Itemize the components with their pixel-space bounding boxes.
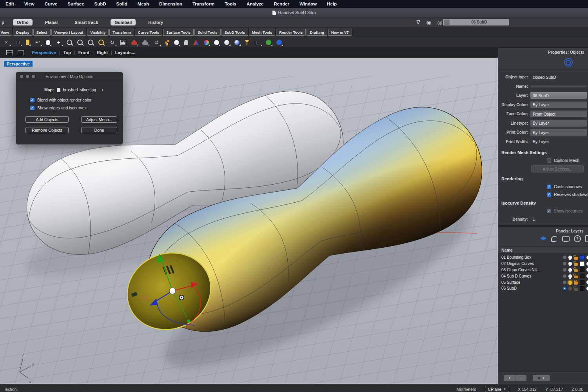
pan-hand-icon[interactable]: [46, 40, 50, 45]
remove-layer-button[interactable]: −: [515, 375, 527, 381]
layer-lock-icon[interactable]: [574, 281, 578, 285]
current-layer-box[interactable]: 06 SubD: [443, 19, 509, 25]
menu-transform[interactable]: Transform: [192, 2, 214, 6]
layer-material-icon[interactable]: [586, 256, 588, 260]
layer-material-icon[interactable]: [586, 280, 588, 284]
snap-label-clipped[interactable]: p: [2, 20, 4, 25]
display-panel-icon[interactable]: [551, 236, 558, 242]
shaded-view-icon[interactable]: [193, 40, 199, 45]
layer-material-icon[interactable]: [586, 268, 588, 272]
menu-view[interactable]: View: [24, 2, 34, 6]
menu-subd[interactable]: SubD: [94, 2, 106, 6]
paste-icon[interactable]: [26, 40, 29, 45]
menu-solid[interactable]: Solid: [116, 2, 127, 6]
layer-material-icon[interactable]: [586, 287, 588, 290]
zoom-selected-icon[interactable]: [98, 40, 104, 45]
menu-window[interactable]: Window: [299, 2, 317, 6]
layer-visibility-bulb-icon[interactable]: [568, 274, 572, 278]
color-wheel-icon[interactable]: [204, 40, 209, 45]
tab-new-in-v7[interactable]: New in V7: [328, 29, 352, 36]
layer-indicator[interactable]: [563, 274, 566, 278]
adjust-mesh-button[interactable]: Adjust Mesh...: [81, 116, 117, 123]
help-green-icon[interactable]: ?: [266, 40, 271, 45]
object-properties-icon[interactable]: [564, 58, 573, 67]
selection-filter-icon[interactable]: ∇: [416, 19, 420, 25]
tab-visibility[interactable]: Visibility: [87, 29, 109, 36]
layer-lock-icon[interactable]: [574, 288, 578, 291]
layer-lock-icon[interactable]: [574, 263, 578, 266]
layers-panel-icon[interactable]: [540, 236, 547, 241]
layer-options-dropdown[interactable]: ▼: [533, 375, 550, 381]
mode-toggle-ortho[interactable]: Ortho: [13, 19, 33, 25]
tab-solid-tools[interactable]: Solid Tools: [194, 29, 221, 36]
sphere-gray-icon[interactable]: [224, 40, 229, 45]
layer-indicator[interactable]: [563, 256, 566, 259]
receives-shadows-checkbox[interactable]: ✓: [547, 192, 551, 197]
checkbox-blend-with-object-render-color[interactable]: ✓: [30, 98, 34, 102]
layer-indicator[interactable]: [563, 281, 566, 284]
cplane-selector[interactable]: CPlane ▼: [485, 386, 509, 392]
menu-analyze[interactable]: Analyze: [247, 2, 263, 6]
layer-visibility-bulb-icon[interactable]: [568, 287, 572, 290]
tab-curve-tools[interactable]: Curve Tools: [135, 29, 162, 36]
tab-transform[interactable]: Transform: [109, 29, 134, 36]
layer-color-swatch[interactable]: [580, 280, 584, 285]
prop-value-layer[interactable]: 06 SubD: [530, 92, 587, 99]
layer-visibility-bulb-icon[interactable]: [568, 268, 572, 272]
menu-render[interactable]: Render: [274, 2, 289, 6]
gumball-origin[interactable]: [169, 288, 176, 294]
tab-select[interactable]: Select: [33, 29, 51, 36]
mode-toggle-planar[interactable]: Planar: [41, 19, 62, 25]
mode-toggle-history[interactable]: History: [144, 19, 167, 25]
layer-row-01-bounding-box[interactable]: 01 Bounding Box: [498, 254, 588, 261]
render-icon[interactable]: [131, 42, 137, 45]
density-value[interactable]: 1: [533, 217, 535, 221]
prop-value-name[interactable]: [530, 85, 587, 87]
layer-row-05-surface[interactable]: 05 Surface: [498, 279, 588, 285]
undo-view-icon[interactable]: ↺: [153, 39, 160, 45]
four-viewports-icon[interactable]: [6, 50, 13, 55]
dialog-title-bar[interactable]: Environment Map Options: [16, 72, 123, 81]
viewport-tab-front[interactable]: Front: [75, 50, 93, 55]
target-icon[interactable]: ◎: [437, 19, 442, 25]
prop-value-linetype[interactable]: By Layer: [530, 120, 587, 127]
help-blue-icon[interactable]: ?: [276, 40, 282, 45]
layer-list-empty-area[interactable]: [498, 292, 588, 372]
layer-color-swatch[interactable]: [580, 274, 584, 278]
layer-visibility-bulb-icon[interactable]: [568, 256, 572, 259]
zoom-extents-icon[interactable]: [88, 40, 93, 45]
sphere-blue-icon[interactable]: [234, 40, 240, 45]
tab-surface-tools[interactable]: Surface Tools: [163, 29, 194, 36]
zoom-icon[interactable]: [67, 40, 72, 45]
units-label[interactable]: Millimeters: [456, 387, 476, 392]
layer-material-icon[interactable]: [586, 274, 588, 278]
monitor-panel-icon[interactable]: [562, 236, 570, 241]
layer-row-02-original-curves[interactable]: 02 Original Curves: [498, 261, 588, 267]
cut-icon[interactable]: ×: [3, 39, 9, 45]
layer-material-icon[interactable]: [586, 262, 588, 266]
prop-value-print-color[interactable]: By Layer: [530, 129, 587, 136]
single-viewport-icon[interactable]: [18, 50, 24, 55]
remove-objects-button[interactable]: Remove Objects: [25, 127, 69, 133]
mode-toggle-gumball[interactable]: Gumball: [111, 19, 136, 25]
done-button[interactable]: Done: [81, 127, 117, 133]
move-icon[interactable]: +: [55, 39, 62, 45]
show-isocurves-checkbox[interactable]: ✓: [547, 209, 551, 213]
layer-color-swatch[interactable]: [580, 267, 584, 272]
control-points-icon[interactable]: [165, 42, 167, 44]
layer-visibility-bulb-icon[interactable]: [568, 262, 572, 265]
notes-panel-icon[interactable]: [585, 235, 588, 242]
layers-name-column-header[interactable]: Name: [498, 246, 588, 254]
map-file-value[interactable]: brushed_silver.jpg: [63, 87, 96, 92]
help-panel-icon[interactable]: ?: [574, 235, 581, 242]
layer-lock-icon[interactable]: [574, 276, 578, 279]
render-preview-icon[interactable]: [142, 42, 148, 45]
prop-value-display-color[interactable]: By Layer: [530, 102, 587, 108]
prop-value-face-color[interactable]: From Object: [530, 111, 587, 117]
adjust-settings-button[interactable]: Adjust Settings...: [531, 165, 584, 172]
sphere-white-icon[interactable]: [214, 40, 219, 45]
layer-row-03-clean-curves-nu[interactable]: 03 Clean Curves NU...: [498, 267, 588, 273]
tab-set-view[interactable]: Set View: [0, 29, 12, 36]
tab-subd-tools[interactable]: SubD Tools: [221, 29, 248, 36]
layer-indicator[interactable]: [563, 268, 566, 272]
